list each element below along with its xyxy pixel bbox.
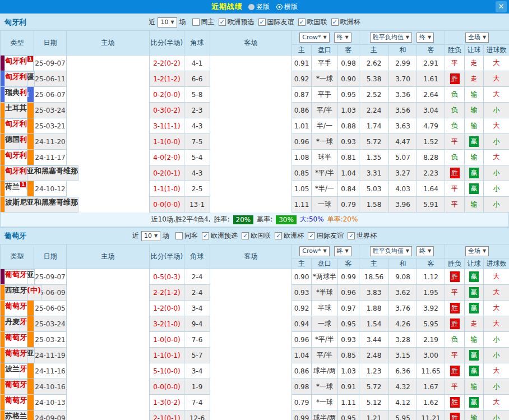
result: 平 — [445, 197, 465, 213]
competition-filter-checkbox[interactable]: 同主 — [192, 17, 215, 27]
team-name[interactable]: 葡萄牙 — [5, 302, 27, 310]
handicap-result: 输 — [465, 197, 484, 213]
handicap-result-value: 赢 — [469, 183, 479, 194]
europe-avg-value: 2.19 — [417, 332, 445, 348]
goals-result-value: 小 — [492, 381, 501, 392]
competition-filter-checkbox[interactable]: ✓国际友谊 — [258, 17, 294, 27]
checkbox-label: 国际友谊 — [317, 231, 344, 241]
goals-result: 小 — [484, 410, 509, 420]
europe-odds-header: 胜平负均值▼ 终▼ — [359, 244, 445, 259]
europe-avg-value: 4.79 — [417, 118, 445, 134]
team-name[interactable]: 德国 — [5, 135, 20, 144]
asian-odds-value: 0.85 — [292, 165, 312, 181]
result-value: 平 — [450, 350, 460, 361]
match-count-select[interactable]: 10▼ — [158, 17, 177, 27]
team-name[interactable]: 葡萄牙 — [5, 333, 27, 341]
europe-avg-value: 11.65 — [417, 363, 445, 379]
handicap-result-value: 赢 — [469, 350, 479, 361]
competition-filter-checkbox[interactable]: ✓欧洲杯 — [331, 17, 360, 27]
europe-avg-select[interactable]: 胜平负均值▼ — [370, 246, 412, 256]
europe-time-select[interactable]: 终▼ — [417, 246, 434, 256]
competition-filter-checkbox[interactable]: ✓欧洲预选 — [219, 17, 254, 27]
handicap-result-value: 输 — [469, 152, 479, 163]
competition-filter-checkbox[interactable]: ✓欧国联 — [298, 17, 327, 27]
match-date: 25-06-05 — [34, 301, 67, 316]
scope-select[interactable]: 全场▼ — [465, 246, 489, 256]
checkbox-label: 欧洲杯 — [340, 17, 360, 27]
handicap-result: 赢 — [465, 134, 484, 150]
goals-result-value: 小 — [492, 334, 501, 345]
competition-filter-checkbox[interactable]: ✓国际友谊 — [308, 231, 344, 241]
match-row: 欧国联24-11-16葡萄牙5-1(0-0)3-4波兰0.86球半/两1.031… — [1, 363, 509, 379]
competition-filter-checkbox[interactable]: 同客 — [175, 231, 198, 241]
result-value: 胜 — [450, 366, 460, 376]
result: 平 — [445, 181, 465, 197]
europe-avg-value: 3.76 — [389, 301, 417, 316]
handicap-result: 走 — [465, 316, 484, 332]
layout-radio[interactable]: 横版 — [276, 2, 298, 12]
team-name[interactable]: 波斯尼亚和黑塞哥维那 — [5, 198, 78, 206]
away-team-cell: 葡萄牙 — [4, 379, 27, 395]
close-icon[interactable]: ✕ — [496, 1, 507, 12]
away-team-cell: 土耳其 — [4, 103, 27, 118]
checkbox-label: 国际友谊 — [267, 17, 294, 27]
competition-filter-checkbox[interactable]: ✓欧国联 — [242, 231, 271, 241]
team-name[interactable]: 匈牙利 — [5, 151, 27, 159]
recent-results-panel: 近期战绩 竖版横版 ✕ 匈牙利 近 10▼ 场 同主✓欧洲预选✓国际友谊✓欧国联… — [0, 0, 509, 420]
team-name[interactable]: 葡萄牙 — [5, 396, 27, 404]
team-name[interactable]: 葡萄牙 — [5, 380, 27, 389]
match-row: 欧国联24-10-12匈牙利1-1(1-0)2-5荷兰11.05*半/一0.84… — [1, 181, 509, 197]
scope-select[interactable]: 全场▼ — [465, 33, 489, 43]
match-score: 0-2(0-0) — [150, 87, 184, 103]
team-name[interactable]: 匈牙利 — [5, 72, 27, 81]
match-date: 24-09-09 — [34, 410, 67, 420]
col-away: 客场 — [210, 31, 292, 56]
layout-radio[interactable]: 竖版 — [248, 2, 270, 12]
match-count-select[interactable]: 10▼ — [141, 231, 160, 241]
match-date: 25-03-21 — [34, 118, 67, 134]
team-name[interactable]: 葡萄牙 — [5, 270, 27, 279]
europe-avg-select[interactable]: 胜平负均值▼ — [370, 33, 412, 43]
team-name[interactable]: 匈牙利 — [5, 57, 27, 65]
result: 胜 — [445, 165, 465, 181]
team-name[interactable]: 西班牙 — [5, 286, 27, 294]
goals-result-value: 大 — [492, 121, 501, 131]
match-row: 欧国联24-10-15波斯尼亚和黑塞哥维那0-2(0-1)4-3匈牙利0.85*… — [1, 165, 509, 181]
checkbox-icon — [192, 19, 200, 26]
europe-avg-value: 1.52 — [417, 134, 445, 150]
goals-result-value: 大 — [492, 319, 501, 329]
competition-filter-checkbox[interactable]: ✓欧洲预选 — [202, 231, 238, 241]
team-name[interactable]: 丹麦 — [5, 317, 20, 326]
match-count-value: 10 — [144, 232, 152, 240]
handicap-result-value: 赢 — [469, 366, 479, 376]
odds-company-select[interactable]: Crow*▼ — [299, 33, 329, 43]
team-name[interactable]: 匈牙利 — [5, 119, 27, 128]
checkbox-icon: ✓ — [202, 232, 209, 239]
europe-avg-value: 3.62 — [389, 285, 417, 301]
europe-avg-value: 2.62 — [359, 56, 389, 71]
asian-odds-value: 0.91 — [292, 56, 312, 71]
odds-time-select[interactable]: 终▼ — [334, 33, 351, 43]
competition-filter-checkbox[interactable]: ✓欧洲杯 — [275, 231, 304, 241]
odds-time-select[interactable]: 终▼ — [334, 246, 351, 256]
team-name[interactable]: 匈牙利 — [5, 167, 27, 175]
asian-odds-value: *半/一 — [312, 181, 338, 197]
goals-result-value: 大 — [492, 303, 501, 313]
europe-avg-value: 2.23 — [417, 165, 445, 181]
competition-filter-checkbox[interactable]: ✓世界杯 — [348, 231, 377, 241]
result: 胜 — [445, 395, 465, 410]
result: 平 — [445, 379, 465, 395]
odds-company-select[interactable]: Crow*▼ — [299, 246, 329, 256]
team-name[interactable]: 波兰 — [5, 364, 20, 373]
scope-header: 全场▼ — [445, 31, 509, 45]
corner-score: 4-3 — [184, 165, 210, 181]
team-name[interactable]: 土耳其 — [5, 104, 27, 112]
competition-filter-list: 同客✓欧洲预选✓欧国联✓欧洲杯✓国际友谊✓世界杯 — [172, 231, 377, 241]
team-name[interactable]: 葡萄牙 — [5, 349, 27, 357]
team-name[interactable]: 瑞典 — [5, 88, 20, 96]
team-name[interactable]: 苏格兰 — [5, 412, 27, 420]
europe-time-select[interactable]: 终▼ — [417, 33, 434, 43]
goals-result-value: 小 — [492, 413, 501, 420]
title-bar-center: 近期战绩 竖版横版 — [0, 2, 509, 12]
team-name[interactable]: 荷兰 — [5, 182, 20, 191]
